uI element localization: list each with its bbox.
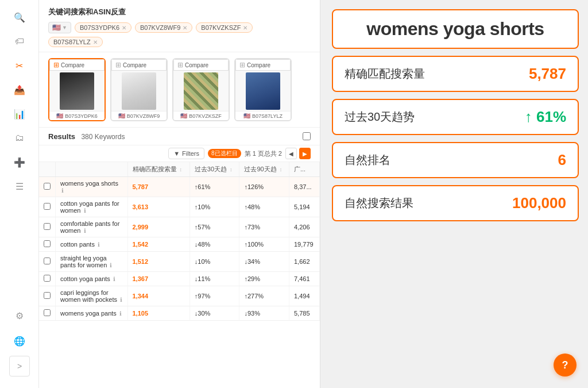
row-trend30-2: ↑57%: [189, 217, 239, 237]
row-keyword-5: cotton yoga pants ℹ: [56, 272, 128, 286]
info-icon-5[interactable]: ℹ: [113, 276, 115, 282]
product-image-3: [173, 71, 229, 111]
col-keyword[interactable]: [56, 162, 128, 177]
row-checkbox-5[interactable]: [39, 272, 56, 286]
sidebar-item-settings[interactable]: ⚙: [9, 305, 30, 326]
metric-exact-match: 精确匹配搜索量 5,787: [332, 56, 579, 92]
row-checkbox-0[interactable]: [39, 177, 56, 197]
row-trend30-3: ↓48%: [189, 237, 239, 252]
sidebar-item-search[interactable]: 🔍: [9, 7, 30, 28]
product-card-3[interactable]: ⊞ Compare 🇺🇸 B07KVZKSZF: [172, 58, 230, 121]
compare-btn-2[interactable]: ⊞ Compare: [111, 59, 167, 71]
row-trend90-7: ↓93%: [239, 306, 289, 321]
keywords-table: 精确匹配搜索量 ↕ 过去30天趋 ↕ 过去90天趋 ↕ 广... womens …: [39, 162, 320, 321]
sidebar-item-tag[interactable]: 🏷: [9, 31, 30, 52]
compare-btn-3[interactable]: ⊞ Compare: [173, 59, 229, 71]
compare-btn-4[interactable]: ⊞ Compare: [235, 59, 291, 71]
row-keyword-2: comfortable pants for women ℹ: [56, 217, 128, 237]
results-label: Results: [48, 132, 75, 141]
close-icon[interactable]: ✕: [93, 39, 98, 45]
info-icon-3[interactable]: ℹ: [98, 241, 100, 248]
sidebar-item-scissors[interactable]: ✂: [9, 55, 30, 76]
row-checkbox-7[interactable]: [39, 306, 56, 321]
sidebar-collapse-btn[interactable]: >: [9, 356, 30, 377]
row-keyword-0: womens yoga shorts ℹ: [56, 177, 128, 197]
row-checkbox-1[interactable]: [39, 197, 56, 217]
row-trend90-1: ↑48%: [239, 197, 289, 217]
asin-tag-3[interactable]: B07KVZKSZF ✕: [196, 22, 253, 33]
info-icon-2[interactable]: ℹ: [84, 228, 86, 234]
asin-tag-1[interactable]: B07S3YDPK6 ✕: [75, 22, 131, 33]
product-card-4[interactable]: ⊞ Compare 🇺🇸 B07S87LYLZ: [234, 58, 292, 121]
product-card-2[interactable]: ⊞ Compare 🇺🇸 B07KVZ8WF9: [110, 58, 168, 121]
table-row: womens yoga shorts ℹ 5,787 ↑61% ↑126% 8,…: [39, 177, 320, 197]
product-asin-1: 🇺🇸 B07S3YDPK6: [49, 111, 105, 120]
sidebar-item-chart[interactable]: 📊: [9, 103, 30, 124]
keywords-count: 380 Keywords: [81, 133, 125, 141]
prev-page-btn[interactable]: ◀: [285, 148, 297, 159]
help-button[interactable]: ?: [554, 354, 577, 377]
product-asin-3: 🇺🇸 B07KVZKSZF: [173, 111, 229, 120]
row-trend30-0: ↑61%: [189, 177, 239, 197]
row-checkbox-4[interactable]: [39, 252, 56, 272]
sidebar-item-add[interactable]: ➕: [9, 152, 30, 172]
table-row: capri leggings for women with pockets ℹ …: [39, 286, 320, 306]
row-trend30-6: ↑97%: [189, 286, 239, 306]
row-trend30-4: ↓10%: [189, 252, 239, 272]
product-card-1[interactable]: ⊞ Compare 🇺🇸 B07S3YDPK6: [48, 58, 106, 121]
col-trend30[interactable]: 过去30天趋 ↕: [189, 162, 239, 177]
row-trend90-6: ↑277%: [239, 286, 289, 306]
sidebar-item-menu[interactable]: ☰: [9, 176, 30, 197]
metric-organic-results: 自然搜索结果 100,000: [332, 185, 579, 221]
row-checkbox-2[interactable]: [39, 217, 56, 237]
row-keyword-6: capri leggings for women with pockets ℹ: [56, 286, 128, 306]
row-broad-1: 5,194: [289, 197, 320, 217]
keyword-title: womens yoga shorts: [366, 18, 544, 39]
table-row: cotton yoga pants for women ℹ 3,613 ↑10%…: [39, 197, 320, 217]
country-flag-tag[interactable]: 🇺🇸 ▼: [48, 22, 71, 33]
keyword-title-box: womens yoga shorts: [332, 9, 579, 49]
select-all-checkbox[interactable]: [303, 132, 311, 140]
sidebar-item-globe[interactable]: 🌐: [9, 331, 30, 351]
col-broad[interactable]: 广...: [289, 162, 320, 177]
row-trend90-3: ↑100%: [239, 237, 289, 252]
row-checkbox-6[interactable]: [39, 286, 56, 306]
row-keyword-4: straight leg yoga pants for women ℹ: [56, 252, 128, 272]
table-row: comfortable pants for women ℹ 2,999 ↑57%…: [39, 217, 320, 237]
page-nav: ◀ ▶: [285, 148, 311, 159]
row-checkbox-3[interactable]: [39, 237, 56, 252]
current-page-btn[interactable]: ▶: [299, 148, 311, 159]
compare-btn-1[interactable]: ⊞ Compare: [49, 59, 105, 71]
panel-title: 关键词搜索和ASIN反查: [48, 7, 311, 17]
table-row: cotton pants ℹ 1,542 ↓48% ↑100% 19,779: [39, 237, 320, 252]
close-icon[interactable]: ✕: [122, 25, 126, 31]
close-icon[interactable]: ✕: [183, 25, 187, 31]
row-broad-3: 19,779: [289, 237, 320, 252]
info-icon-4[interactable]: ℹ: [110, 262, 112, 268]
col-search-vol[interactable]: 精确匹配搜索量 ↕: [127, 162, 189, 177]
row-broad-7: 5,785: [289, 306, 320, 321]
sidebar: 🔍 🏷 ✂ 📤 📊 🗂 ➕ ☰ ⚙ 🌐 >: [0, 0, 39, 388]
filter-icon: ▼: [173, 150, 180, 157]
trend30-label: 过去30天趋势: [345, 109, 415, 125]
table-row: cotton yoga pants ℹ 1,367 ↓11% ↑29% 7,46…: [39, 272, 320, 286]
info-icon-1[interactable]: ℹ: [84, 208, 86, 214]
asin-tag-2[interactable]: B07KVZ8WF9 ✕: [135, 22, 192, 33]
product-image-1: [49, 71, 105, 111]
row-trend90-0: ↑126%: [239, 177, 289, 197]
table-controls: ▼ Filters 8已选栏目 第 1 页总共 2 ◀ ▶: [39, 145, 320, 162]
info-icon-7[interactable]: ℹ: [119, 310, 122, 317]
asin-tag-4[interactable]: B07S87LYLZ ✕: [48, 37, 103, 47]
organic-rank-label: 自然排名: [345, 152, 390, 168]
sidebar-item-share[interactable]: 📤: [9, 79, 30, 100]
organic-results-value: 100,000: [512, 194, 566, 212]
info-icon-0[interactable]: ℹ: [61, 187, 64, 194]
close-icon[interactable]: ✕: [243, 25, 247, 31]
organic-rank-value: 6: [558, 151, 566, 169]
row-broad-6: 1,494: [289, 286, 320, 306]
sidebar-item-folder[interactable]: 🗂: [9, 128, 30, 148]
info-icon-6[interactable]: ℹ: [120, 297, 122, 303]
main-panel: 关键词搜索和ASIN反查 🇺🇸 ▼ B07S3YDPK6 ✕ B07KVZ8WF…: [39, 0, 320, 388]
filters-button[interactable]: ▼ Filters: [168, 148, 204, 159]
col-trend90[interactable]: 过去90天趋 ↕: [239, 162, 289, 177]
